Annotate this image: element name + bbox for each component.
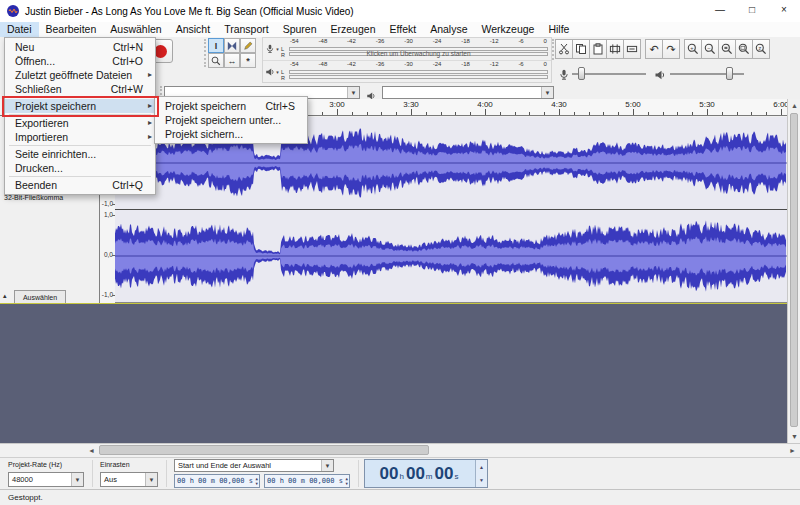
- chevron-down-icon: ▼: [541, 87, 553, 98]
- playback-volume-thumb[interactable]: [726, 67, 733, 80]
- timeshift-tool[interactable]: ↔: [224, 53, 240, 68]
- project-rate-label: Projekt-Rate (Hz): [8, 461, 62, 468]
- menu-item-beenden[interactable]: BeendenCtrl+Q: [5, 178, 155, 192]
- save-submenu: Projekt speichernCtrl+SProjekt speichern…: [154, 96, 308, 144]
- menu-item-projekt-sichern[interactable]: Projekt sichern...: [155, 127, 307, 141]
- waveform-channel-right[interactable]: [115, 210, 787, 302]
- minimize-button[interactable]: —: [704, 0, 736, 22]
- ruler-tick: [529, 112, 530, 115]
- ruler-tick: [648, 112, 649, 115]
- ruler-tick: [441, 112, 442, 115]
- speaker-icon[interactable]: ▾: [263, 61, 281, 83]
- multi-tool[interactable]: *: [240, 53, 256, 68]
- vertical-scroll-thumb[interactable]: [790, 113, 798, 427]
- menu-item-projekt-speichern-unter[interactable]: Projekt speichern unter...: [155, 113, 307, 127]
- microphone-icon: [558, 67, 570, 79]
- collapse-track-icon[interactable]: ▴: [3, 292, 7, 300]
- playback-meter[interactable]: ▾ LR -54-48-42-36-30-24-18-12-60: [263, 61, 551, 83]
- menubar-item-effekt[interactable]: Effekt: [382, 22, 423, 37]
- zoom-tool[interactable]: [208, 53, 224, 68]
- recording-meter[interactable]: ▾ LR -54-48-42-36-30-24-18-12-60 Klicken…: [263, 38, 551, 61]
- silence-audio-button[interactable]: [623, 39, 641, 59]
- menubar-item-bearbeiten[interactable]: Bearbeiten: [39, 22, 104, 37]
- redo-button[interactable]: ↷: [662, 39, 680, 59]
- ruler-time-label: 4:00: [473, 100, 497, 109]
- ruler-time-label: 4:30: [547, 100, 571, 109]
- svg-text:−: −: [707, 45, 710, 51]
- playback-meter-bars[interactable]: [289, 69, 548, 83]
- undo-button[interactable]: ↶: [645, 39, 663, 59]
- menubar-item-auswaehlen[interactable]: Auswählen: [103, 22, 168, 37]
- menu-item-importieren[interactable]: Importieren▸: [5, 130, 155, 144]
- scroll-left-icon[interactable]: ◄: [85, 444, 98, 457]
- ruler-tick: [559, 109, 560, 115]
- spinner-icon[interactable]: ▲▼: [256, 476, 259, 486]
- ruler-tick: [455, 112, 456, 115]
- project-rate-select[interactable]: 48000▼: [8, 472, 84, 487]
- playback-device-select[interactable]: ▼: [382, 86, 554, 99]
- zoom-out-button[interactable]: −: [701, 39, 719, 59]
- zoom-selection-button[interactable]: [718, 39, 736, 59]
- audio-position-display[interactable]: 00h00m00s ▲▼: [364, 459, 488, 488]
- menubar-item-erzeugen[interactable]: Erzeugen: [324, 22, 383, 37]
- scroll-right-icon[interactable]: ►: [786, 444, 799, 457]
- menu-item-drucken[interactable]: Drucken...: [5, 161, 155, 175]
- menu-item-oeffnen[interactable]: Öffnen...Ctrl+O: [5, 54, 155, 68]
- menubar-item-transport[interactable]: Transport: [217, 22, 276, 37]
- spinner-icon[interactable]: ▲▼: [346, 476, 349, 486]
- cut-button[interactable]: [555, 39, 573, 59]
- horizontal-scroll-thumb[interactable]: [99, 445, 429, 455]
- ibeam-icon: I: [215, 41, 218, 51]
- speaker-icon: [654, 67, 666, 79]
- menubar-item-ansicht[interactable]: Ansicht: [169, 22, 217, 37]
- maximize-button[interactable]: □: [736, 0, 768, 22]
- meter-channel-labels: LR: [281, 38, 289, 60]
- menu-item-projekt-speichern[interactable]: Projekt speichernCtrl+S: [155, 99, 307, 113]
- ruler-tick: [766, 112, 767, 115]
- copy-button[interactable]: [572, 39, 590, 59]
- audacity-window: Justin Bieber - As Long As You Love Me f…: [0, 0, 800, 505]
- trim-audio-button[interactable]: [606, 39, 624, 59]
- zoom-fit-button[interactable]: [735, 39, 753, 59]
- recording-volume-thumb[interactable]: [578, 67, 585, 80]
- menubar-item-analyse[interactable]: Analyse: [423, 22, 474, 37]
- envelope-tool[interactable]: [224, 38, 240, 53]
- zoom-toggle-button[interactable]: z: [752, 39, 770, 59]
- vertical-scrollbar[interactable]: ▲ ▼: [787, 99, 800, 443]
- recording-meter-bars[interactable]: Klicken um Überwachung zu starten: [289, 46, 548, 60]
- snap-select[interactable]: Aus▼: [100, 472, 158, 487]
- track-select-button[interactable]: Auswählen: [14, 290, 66, 304]
- paste-button[interactable]: [589, 39, 607, 59]
- menu-item-zuletzt-geoeffnete-dateien[interactable]: Zuletzt geöffnete Dateien▸: [5, 68, 155, 82]
- ruler-tick: [603, 112, 604, 115]
- menu-item-seite-einrichten[interactable]: Seite einrichten...: [5, 147, 155, 161]
- menubar-item-werkzeuge[interactable]: Werkzeuge: [475, 22, 542, 37]
- menu-item-schliessen[interactable]: SchließenCtrl+W: [5, 82, 155, 96]
- chevron-down-icon: ▼: [347, 87, 359, 98]
- menubar-item-datei[interactable]: Datei: [0, 22, 39, 37]
- microphone-icon[interactable]: ▾: [263, 38, 281, 60]
- selection-end-field[interactable]: 00 h 00 m 00,000 s▲▼: [264, 474, 350, 488]
- monitoring-hint: Klicken um Überwachung zu starten: [289, 46, 548, 60]
- menubar-item-hilfe[interactable]: Hilfe: [541, 22, 576, 37]
- menu-separator: [9, 114, 151, 115]
- selection-toolbar: Projekt-Rate (Hz) 48000▼ Einrasten Aus▼ …: [0, 457, 800, 489]
- spinner-icon[interactable]: ▲▼: [475, 460, 487, 487]
- scroll-down-icon[interactable]: ▼: [788, 430, 800, 443]
- menu-item-projekt-speichern[interactable]: Projekt speichern▸: [5, 99, 155, 113]
- snap-label: Einrasten: [100, 461, 130, 468]
- selection-format-select[interactable]: Start und Ende der Auswahl▼: [174, 459, 334, 472]
- menubar-item-spuren[interactable]: Spuren: [276, 22, 324, 37]
- window-controls: — □ ×: [704, 0, 800, 22]
- close-button[interactable]: ×: [768, 0, 800, 22]
- menu-item-exportieren[interactable]: Exportieren▸: [5, 116, 155, 130]
- chevron-down-icon: ▼: [71, 473, 83, 486]
- ruler-time-label: 3:00: [325, 100, 349, 109]
- draw-tool[interactable]: [240, 38, 256, 53]
- selection-start-field[interactable]: 00 h 00 m 00,000 s▲▼: [174, 474, 260, 488]
- menu-item-neu[interactable]: NeuCtrl+N: [5, 40, 155, 54]
- chevron-down-icon: ▼: [321, 460, 333, 471]
- selection-tool[interactable]: I: [208, 38, 224, 53]
- scroll-up-icon[interactable]: ▲: [788, 99, 800, 112]
- zoom-in-button[interactable]: +: [684, 39, 702, 59]
